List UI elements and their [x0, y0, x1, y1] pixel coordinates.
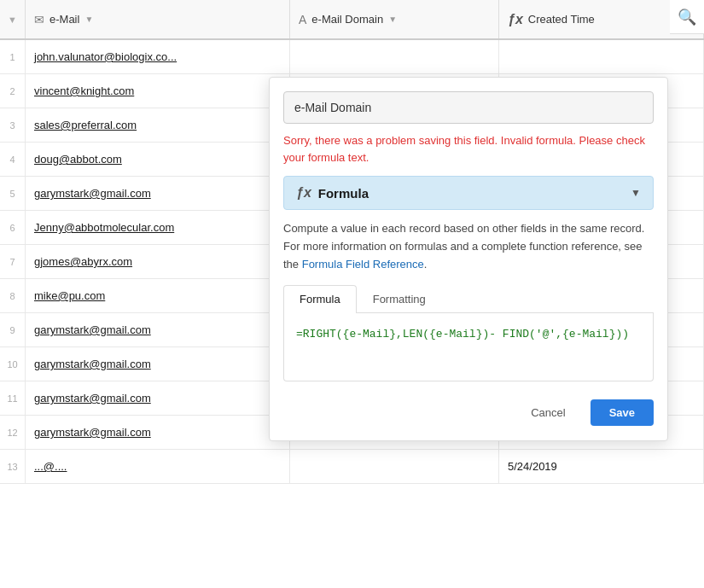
type-selector-label: ƒx Formula: [296, 185, 369, 201]
row-number: 1: [9, 52, 15, 62]
email-link[interactable]: garymstark@gmail.com: [34, 323, 151, 336]
row-number: 8: [9, 291, 15, 301]
error-message: Sorry, there was a problem saving this f…: [283, 132, 654, 166]
row-number: 11: [7, 393, 17, 404]
row-expand-cell[interactable]: 4: [0, 143, 26, 176]
row-expand-cell[interactable]: 1: [0, 40, 26, 73]
email-link[interactable]: garymstark@gmail.com: [34, 187, 151, 200]
type-selector[interactable]: ƒx Formula ▼: [283, 176, 654, 210]
email-link[interactable]: doug@abbot.com: [34, 153, 122, 166]
email-link[interactable]: ...@....: [34, 460, 67, 473]
formula-editor[interactable]: =RIGHT({e-Mail},LEN({e-Mail})- FIND('@',…: [283, 313, 654, 381]
email-link[interactable]: garymstark@gmail.com: [34, 426, 151, 439]
row-number: 6: [9, 223, 15, 233]
table-row: 1 john.valunator@biologix.co...: [0, 40, 704, 74]
email-cell: garymstark@gmail.com: [26, 177, 290, 210]
email-cell: gjomes@abyrx.com: [26, 245, 290, 278]
tab-formatting[interactable]: Formatting: [357, 285, 442, 312]
email-col-icon: ✉: [34, 13, 44, 26]
email-cell: Jenny@abbotmolecular.com: [26, 211, 290, 244]
email-link[interactable]: john.valunator@biologix.co...: [34, 50, 177, 63]
email-link[interactable]: vincent@knight.com: [34, 84, 134, 97]
row-expand-cell[interactable]: 7: [0, 245, 26, 278]
domain-col-label: e-Mail Domain: [311, 13, 383, 26]
row-expand-cell[interactable]: 8: [0, 279, 26, 312]
email-cell: garymstark@gmail.com: [26, 347, 290, 381]
email-cell: garymstark@gmail.com: [26, 381, 290, 415]
formula-description: Compute a value in each record based on …: [283, 220, 654, 273]
email-cell: doug@abbot.com: [26, 143, 290, 176]
email-link[interactable]: sales@preferral.com: [34, 119, 137, 131]
formula-type-label: Formula: [318, 186, 369, 201]
email-cell: garymstark@gmail.com: [26, 416, 290, 449]
row-number: 4: [9, 154, 15, 165]
created-cell: 5/24/2019: [499, 450, 704, 483]
created-col-icon: ƒx: [508, 12, 523, 27]
row-expand-cell[interactable]: 2: [0, 74, 26, 108]
email-link[interactable]: garymstark@gmail.com: [34, 392, 151, 405]
expand-icon: ▼: [8, 15, 17, 25]
domain-col-icon: A: [299, 13, 306, 26]
email-cell: ...@....: [26, 450, 290, 483]
formula-reference-link[interactable]: Formula Field Reference: [302, 258, 424, 271]
top-bar: 🔍: [670, 0, 704, 34]
row-number: 10: [7, 359, 17, 370]
row-expand-cell[interactable]: 12: [0, 416, 26, 449]
email-cell: vincent@knight.com: [26, 74, 290, 108]
header-email-col[interactable]: ✉ e-Mail ▼: [26, 0, 290, 38]
row-expand-cell[interactable]: 3: [0, 108, 26, 142]
row-expand-cell[interactable]: 13: [0, 450, 26, 483]
created-col-label: Created Time: [528, 13, 595, 26]
row-number: 2: [9, 86, 15, 96]
row-expand-cell[interactable]: 5: [0, 177, 26, 210]
domain-sort-icon[interactable]: ▼: [388, 15, 397, 24]
tabs-row: Formula Formatting: [283, 285, 654, 313]
row-number: 7: [9, 257, 15, 267]
email-cell: john.valunator@biologix.co...: [26, 40, 290, 73]
header-domain-col[interactable]: A e-Mail Domain ▼: [290, 0, 499, 38]
row-number: 13: [7, 462, 17, 472]
email-col-label: e-Mail: [49, 13, 79, 26]
row-expand-cell[interactable]: 11: [0, 381, 26, 415]
table-row: 13 ...@.... 5/24/2019: [0, 450, 704, 484]
tab-formula[interactable]: Formula: [283, 285, 357, 313]
email-sort-icon[interactable]: ▼: [84, 15, 93, 24]
cancel-button[interactable]: Cancel: [515, 399, 581, 427]
row-expand-cell[interactable]: 9: [0, 313, 26, 346]
field-editor-modal: Sorry, there was a problem saving this f…: [269, 77, 668, 441]
row-number: 5: [9, 189, 15, 199]
domain-cell: [290, 450, 499, 483]
email-cell: mike@pu.com: [26, 279, 290, 312]
table-header: ▼ ✉ e-Mail ▼ A e-Mail Domain ▼ ƒx Create…: [0, 0, 704, 40]
email-link[interactable]: garymstark@gmail.com: [34, 358, 151, 370]
email-cell: garymstark@gmail.com: [26, 313, 290, 346]
email-cell: sales@preferral.com: [26, 108, 290, 142]
chevron-down-icon: ▼: [631, 187, 641, 199]
email-link[interactable]: mike@pu.com: [34, 289, 105, 302]
modal-footer: Cancel Save: [283, 395, 654, 427]
row-expand-cell[interactable]: 10: [0, 347, 26, 381]
row-number: 12: [7, 428, 17, 438]
header-expand-col: ▼: [0, 0, 26, 38]
created-cell: [499, 40, 704, 73]
row-number: 9: [9, 325, 15, 335]
search-icon[interactable]: 🔍: [678, 8, 696, 26]
row-expand-cell[interactable]: 6: [0, 211, 26, 244]
save-button[interactable]: Save: [591, 399, 654, 426]
formula-type-icon: ƒx: [296, 185, 311, 201]
row-number: 3: [9, 120, 15, 131]
email-link[interactable]: gjomes@abyrx.com: [34, 255, 132, 268]
email-link[interactable]: Jenny@abbotmolecular.com: [34, 221, 174, 234]
domain-cell: [290, 40, 499, 73]
field-name-input[interactable]: [283, 91, 654, 124]
